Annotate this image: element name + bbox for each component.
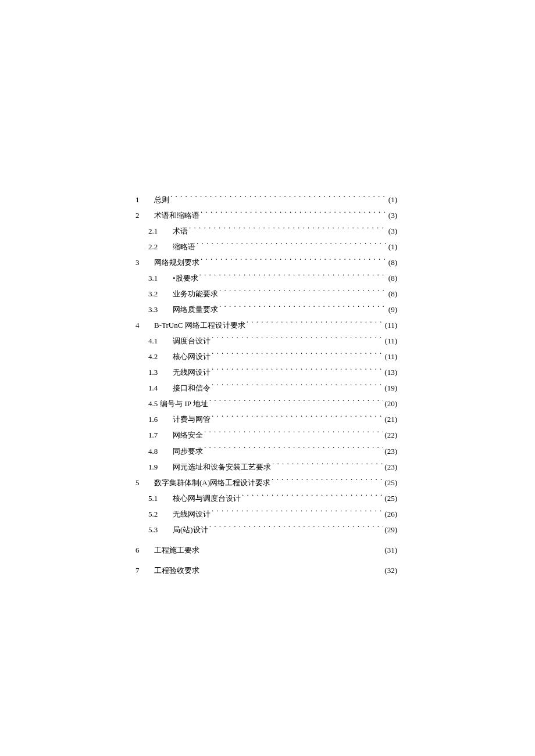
toc-entry-page: (19) (384, 380, 397, 396)
toc-entry-title: 网络安全 (173, 427, 203, 443)
toc-dot-leader (241, 493, 383, 501)
toc-dot-leader (203, 430, 383, 438)
toc-entry: 5数字集群体制(A)网络工程设计要求(25) (135, 475, 397, 490)
toc-entry-page: (1) (388, 239, 397, 255)
toc-entry: 2术语和缩略语(3) (135, 207, 397, 223)
toc-dot-leader (188, 226, 387, 234)
toc-entry-page: (25) (384, 490, 397, 506)
toc-entry: 5.2无线网设计(26) (135, 506, 397, 522)
toc-entry-page: (3) (388, 223, 397, 239)
toc-entry-number: 1.3 (148, 364, 165, 380)
toc-list: 1总则(1)2术语和缩略语(3)2.1术语(3)2.2缩略语(1)3网络规划要求… (135, 192, 397, 578)
toc-entry-title: 总则 (154, 192, 169, 207)
toc-entry: 3.1•股要求(8) (135, 270, 397, 286)
toc-entry-number: 1.9 (148, 459, 165, 475)
toc-entry-page: (1) (388, 192, 397, 207)
toc-entry-page: (9) (388, 302, 397, 317)
toc-entry-title: 同步要求 (173, 443, 203, 459)
toc-entry: 5.1核心网与调度台设计(25) (135, 490, 397, 506)
toc-dot-leader (245, 320, 384, 328)
toc-entry-number: 6 (135, 542, 146, 558)
toc-dot-leader (199, 210, 387, 218)
toc-entry-number: 3.1 (148, 270, 165, 286)
toc-dot-leader (211, 367, 383, 375)
toc-entry-page: (23) (384, 459, 397, 475)
toc-dot-leader (208, 525, 384, 532)
toc-entry: 2.2缩略语(1) (135, 239, 397, 255)
toc-entry: 7工程验收要求(32) (135, 562, 397, 578)
toc-entry: 1.4接口和信令(19) (135, 380, 397, 396)
toc-entry-number: 4.2 (148, 349, 165, 364)
toc-entry-page: (22) (384, 427, 397, 443)
toc-entry-page: (32) (384, 562, 397, 578)
toc-entry: 3网络规划要求(8) (135, 255, 397, 270)
toc-entry-title: 核心网与调度台设计 (173, 490, 241, 506)
toc-entry-title: 业务功能要求 (173, 286, 218, 302)
toc-entry-number: 2 (135, 207, 146, 223)
toc-entry-page: (11) (385, 333, 397, 349)
toc-entry-number: 3.2 (148, 286, 165, 302)
toc-entry-page: (8) (388, 270, 397, 286)
toc-entry-number: 2.1 (148, 223, 165, 239)
toc-entry-title: 数字集群体制(A)网络工程设计要求 (154, 475, 270, 490)
toc-dot-leader (211, 336, 384, 343)
toc-entry: 4.8同步要求(23) (135, 443, 397, 459)
toc-entry: 1.7网络安全(22) (135, 427, 397, 443)
toc-entry: 4.2核心网设计(11) (135, 349, 397, 364)
toc-entry-number: 3 (135, 255, 146, 270)
toc-entry-page: (25) (384, 475, 397, 490)
toc-dot-leader (198, 273, 387, 281)
toc-entry-number: 3.3 (148, 302, 165, 317)
toc-entry: 4.1调度台设计(11) (135, 333, 397, 349)
toc-entry-number: 4.5 (148, 396, 158, 411)
toc-entry-number: 1.4 (148, 380, 165, 396)
toc-entry-page: (8) (388, 255, 397, 270)
toc-entry-page: (3) (388, 207, 397, 223)
toc-entry-page: (13) (384, 364, 397, 380)
toc-entry-page: (20) (384, 396, 397, 411)
toc-entry-number: 4.1 (148, 333, 165, 349)
toc-dot-leader (211, 414, 383, 422)
toc-entry-page: (21) (384, 411, 397, 427)
toc-dot-leader (208, 399, 384, 406)
toc-entry-title: 工程施工要求 (154, 542, 199, 558)
toc-entry-title: B-TrUnC 网络工程设计要求 (154, 317, 245, 333)
toc-entry-page: (29) (384, 522, 397, 538)
toc-dot-leader (270, 478, 383, 485)
toc-entry-title: •股要求 (173, 270, 198, 286)
toc-entry-page: (26) (384, 506, 397, 522)
toc-dot-leader (169, 195, 387, 202)
toc-entry: 4B-TrUnC 网络工程设计要求(11) (135, 317, 397, 333)
toc-entry-page: (11) (385, 317, 397, 333)
toc-plain-group: 6工程施工要求(31)7工程验收要求(32) (135, 542, 397, 578)
toc-entry-title: 工程验收要求 (154, 562, 199, 578)
table-of-contents: 1总则(1)2术语和缩略语(3)2.1术语(3)2.2缩略语(1)3网络规划要求… (135, 192, 397, 578)
toc-entry-title: 术语和缩略语 (154, 207, 199, 223)
toc-entry-number: 5.3 (148, 522, 165, 538)
toc-entry-title: 网元选址和设备安装工艺要求 (173, 459, 271, 475)
toc-entry-number: 4.8 (148, 443, 165, 459)
toc-entry-title: 术语 (173, 223, 188, 239)
toc-entry-title: 接口和信令 (173, 380, 211, 396)
toc-entry-title: 无线网设计 (173, 506, 211, 522)
toc-entry-title: 局(站)设计 (173, 522, 208, 538)
toc-entry-title: 缩略语 (173, 239, 195, 255)
toc-dot-leader (195, 242, 387, 249)
toc-entry-title: 核心网设计 (173, 349, 211, 364)
toc-entry: 4.5编号与 IP 地址(20) (135, 396, 397, 411)
toc-entry: 5.3局(站)设计(29) (135, 522, 397, 538)
toc-entry-page: (23) (384, 443, 397, 459)
toc-entry-page: (8) (388, 286, 397, 302)
toc-dot-leader (211, 509, 383, 517)
toc-entry-number: 1 (135, 192, 146, 207)
toc-entry-number: 1.7 (148, 427, 165, 443)
toc-entry-page: (11) (385, 349, 397, 364)
toc-dot-leader (203, 446, 383, 454)
toc-dot-leader (199, 545, 376, 553)
toc-dot-leader (218, 289, 387, 296)
toc-entry-title: 调度台设计 (173, 333, 211, 349)
toc-dot-leader (218, 304, 387, 312)
toc-dot-leader (211, 352, 384, 359)
toc-entry-number: 2.2 (148, 239, 165, 255)
toc-entry-title: 计费与网管 (173, 411, 211, 427)
